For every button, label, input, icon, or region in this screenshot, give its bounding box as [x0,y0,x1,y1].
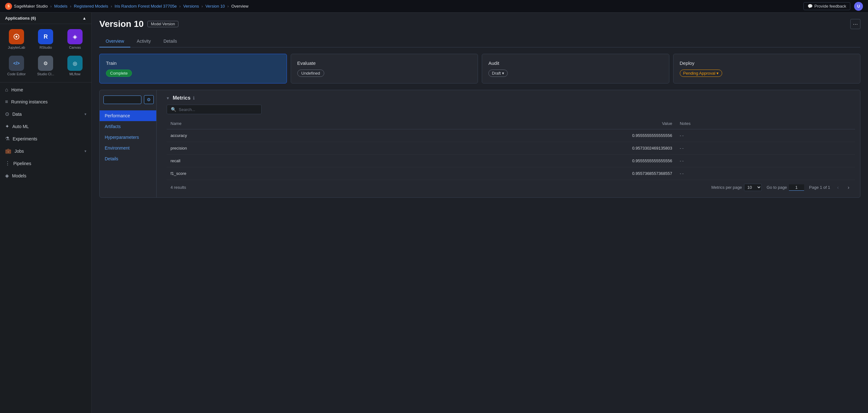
model-version-badge: Model Version [147,21,178,27]
nav-item-hyperparameters[interactable]: Hyperparameters [100,132,156,142]
rstudio-icon: R [38,29,53,44]
apps-grid: JupyterLab R RStudio ◈ Canvas </> Code E… [0,24,91,81]
nav-item-performance[interactable]: Performance [100,110,156,121]
home-label: Home [11,87,23,92]
breadcrumb-models[interactable]: Models [54,4,67,8]
data-chevron-icon [85,112,86,116]
tab-activity[interactable]: Activity [130,35,157,47]
sidebar-item-home[interactable]: ⌂ Home [0,84,91,96]
train-status-badge: Complete [106,70,132,77]
sidebar-item-jobs[interactable]: 💼 Jobs [0,145,91,157]
sidebar-divider-1 [0,82,91,83]
user-avatar[interactable]: U [854,2,863,11]
filter-input[interactable] [103,96,142,104]
table-footer-right: Metrics per page 10 25 50 100 Go to page [711,184,851,191]
breadcrumb-versions[interactable]: Versions [183,4,199,8]
automl-label: Auto ML [12,124,29,129]
prev-page-button[interactable]: ‹ [835,184,840,191]
deploy-badge-label: Pending Approval [683,71,716,75]
metric-notes: - - [676,129,855,142]
audit-status-badge[interactable]: Draft ▾ [488,70,508,77]
sep1: › [50,4,52,8]
next-page-button[interactable]: › [846,184,851,191]
models-label: Models [12,173,26,178]
collapse-icon[interactable]: ▾ [167,96,169,101]
gear-button[interactable]: ⚙ [144,95,154,104]
svg-point-1 [16,36,18,38]
info-icon[interactable]: ℹ [193,96,194,101]
table-row: precision 0.9573302469135803 - - [167,142,855,155]
metrics-nav: ⚙ Performance Artifacts Hyperparameters … [100,90,157,197]
provide-feedback-button[interactable]: 💬 Provide feedback [803,2,850,10]
sidebar-item-experiments[interactable]: ⚗ Experiments [0,132,91,145]
rstudio-label: RStudio [39,45,52,49]
breadcrumb-registered[interactable]: Registered Models [74,4,108,8]
tab-details[interactable]: Details [157,35,183,47]
running-label: Running instances [11,99,48,104]
col-header-name: Name [167,118,211,129]
sep4: › [179,4,181,8]
metric-name: accuracy [167,129,211,142]
experiments-label: Experiments [13,136,37,141]
breadcrumb-version10[interactable]: Version 10 [205,4,225,8]
metric-notes: - - [676,142,855,155]
sidebar-item-automl[interactable]: ✦ Auto ML [0,120,91,132]
app-code-editor[interactable]: </> Code Editor [3,53,30,78]
sidebar-item-data[interactable]: ⊙ Data [0,108,91,120]
audit-chevron-icon: ▾ [502,71,504,75]
goto-page-input[interactable] [789,184,804,191]
brand[interactable]: S SageMaker Studio [5,3,48,10]
app-mlflow[interactable]: ◎ MLflow [61,53,89,78]
sidebar-item-pipelines[interactable]: ⋮ Pipelines [0,157,91,169]
sidebar: Applications (6) ▲ JupyterLab R RStudio … [0,13,92,413]
nav-item-environment[interactable]: Environment [100,142,156,153]
jobs-chevron-icon [85,149,86,153]
main-content: Version 10 Model Version ⋯ Overview Acti… [92,13,868,413]
sidebar-item-models[interactable]: ◈ Models [0,169,91,182]
metrics-top-controls: ⚙ [100,93,156,106]
metric-value: 0.9555555555555556 [211,129,676,142]
metric-name: precision [167,142,211,155]
nav-item-artifacts[interactable]: Artifacts [100,121,156,132]
jobs-icon: 💼 [5,148,11,154]
table-row: accuracy 0.9555555555555556 - - [167,129,855,142]
audit-badge-label: Draft [492,71,501,75]
deploy-status-badge[interactable]: Pending Approval ▾ [680,70,722,77]
status-card-train: Train Complete [99,54,287,84]
app-jupyterlab[interactable]: JupyterLab [3,27,30,52]
col-header-notes: Notes [676,118,855,129]
app-studio-cl[interactable]: ⚙ Studio Cl... [32,53,59,78]
per-page-select: Metrics per page 10 25 50 100 [711,184,762,191]
studio-cl-label: Studio Cl... [37,72,54,76]
metrics-search-input[interactable] [179,107,257,112]
app-canvas[interactable]: ◈ Canvas [61,27,89,52]
jobs-label: Jobs [14,149,24,154]
metric-notes: - - [676,155,855,167]
apps-collapse-icon[interactable]: ▲ [82,16,86,21]
nav-item-details[interactable]: Details [100,153,156,164]
more-options-button[interactable]: ⋯ [850,19,860,29]
metrics-table: Name Value Notes accuracy 0.955555555555… [167,118,855,180]
tab-overview[interactable]: Overview [99,35,130,47]
feedback-icon: 💬 [808,4,813,8]
breadcrumb-model[interactable]: Iris Random Forest Model 37705e [115,4,177,8]
table-row: f1_score 0.9557368557368557 - - [167,167,855,180]
sep6: › [227,4,229,8]
apps-section-header: Applications (6) ▲ [0,13,91,24]
metric-value: 0.9555555555555556 [211,155,676,167]
sidebar-item-running-instances[interactable]: ≡ Running instances [0,96,91,108]
audit-card-title: Audit [488,60,663,66]
table-footer: 4 results Metrics per page 10 25 50 100 [167,180,855,192]
evaluate-status-badge: Undefined [297,70,324,77]
evaluate-card-title: Evaluate [297,60,472,66]
metrics-right-content: ▾ Metrics ℹ 🔍 Name Value Notes [162,90,860,197]
automl-icon: ✦ [5,123,9,129]
per-page-dropdown[interactable]: 10 25 50 100 [744,184,762,191]
page-header: Version 10 Model Version ⋯ [99,19,860,29]
tabs-bar: Overview Activity Details [99,35,860,47]
results-count: 4 results [170,185,186,190]
metric-notes: - - [676,167,855,180]
metrics-header: ▾ Metrics ℹ [167,95,855,101]
app-rstudio[interactable]: R RStudio [32,27,59,52]
topbar-right: 💬 Provide feedback U [803,2,863,11]
